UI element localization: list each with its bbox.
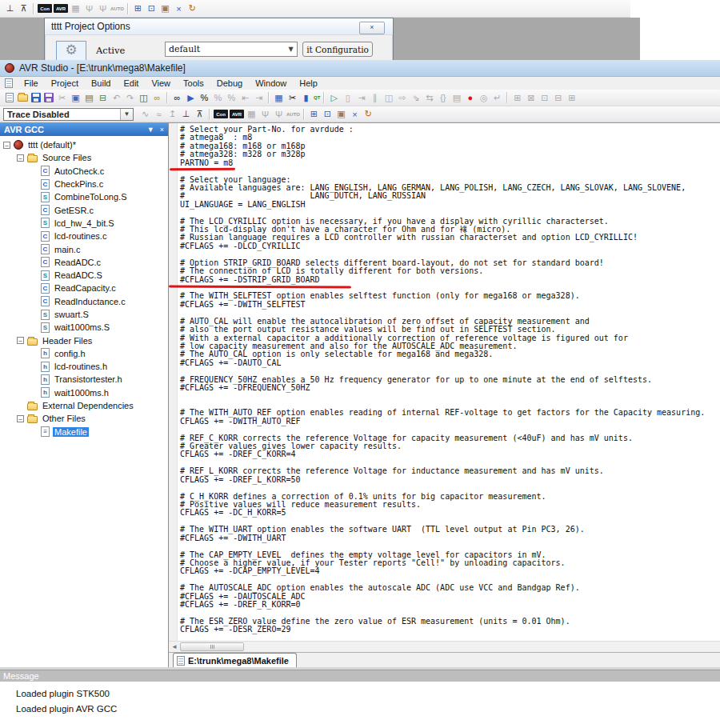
quickwatch-icon[interactable]: ↵ bbox=[490, 91, 504, 104]
device-chip-icon[interactable]: ▦ bbox=[69, 2, 82, 15]
auto-icon[interactable]: AUTO bbox=[286, 112, 300, 117]
panel-collapse-icon[interactable]: ▼ bbox=[147, 126, 154, 134]
tools-cut-icon[interactable]: ✂ bbox=[286, 91, 299, 104]
configuration-select[interactable]: default ▼ bbox=[165, 42, 298, 57]
tree-item[interactable]: Cmain.c bbox=[0, 242, 168, 255]
find-in-files-icon[interactable]: ∞ bbox=[150, 91, 164, 104]
cascade-windows-icon[interactable]: ◫ bbox=[137, 91, 150, 104]
tree-item[interactable]: ≡Makefile bbox=[0, 426, 168, 438]
tree-item[interactable]: CCheckPins.c bbox=[0, 178, 168, 190]
probe-icon[interactable]: Ψ bbox=[82, 2, 96, 15]
menu-item-tools[interactable]: Tools bbox=[177, 78, 210, 88]
pause-icon[interactable]: ∥ bbox=[368, 91, 382, 104]
probe-icon[interactable]: Ψ bbox=[258, 108, 272, 121]
tree-item[interactable]: CGetESR.c bbox=[0, 203, 168, 216]
match-word-icon[interactable]: % bbox=[211, 91, 225, 104]
save-icon[interactable] bbox=[31, 93, 41, 102]
package-icon[interactable]: ▣ bbox=[334, 108, 348, 121]
rebuild-icon[interactable]: ↻ bbox=[362, 108, 375, 121]
io-view-icon[interactable]: ⊞ bbox=[565, 91, 578, 104]
print-icon[interactable]: ⊟ bbox=[96, 91, 110, 104]
ground-icon[interactable]: ⊥ bbox=[179, 108, 193, 121]
save-all-icon[interactable] bbox=[44, 93, 54, 102]
register-window-icon[interactable]: ⊠ bbox=[524, 91, 538, 104]
build-run-icon[interactable]: ⊡ bbox=[321, 108, 334, 121]
rebuild-icon[interactable]: ↻ bbox=[186, 2, 199, 15]
document-tab[interactable]: E:\trunk\mega8\Makefile bbox=[173, 653, 297, 667]
stop-icon[interactable]: ▯ bbox=[341, 91, 354, 104]
chevron-down-icon[interactable]: ▼ bbox=[120, 109, 133, 120]
indent-icon[interactable]: ⇥ bbox=[252, 91, 266, 104]
menu-item-debug[interactable]: Debug bbox=[210, 78, 249, 88]
menu-item-edit[interactable]: Edit bbox=[117, 78, 145, 88]
paste-icon[interactable]: ▤ bbox=[82, 91, 96, 104]
run-icon[interactable]: ▷ bbox=[327, 91, 341, 104]
tree-item[interactable]: Slcd_hw_4_bit.S bbox=[0, 217, 168, 230]
step-into-icon[interactable]: ⇘ bbox=[409, 91, 422, 104]
memory-window-icon[interactable]: ⊡ bbox=[538, 91, 551, 104]
dialog-close-button[interactable]: × bbox=[359, 22, 385, 34]
tree-item[interactable]: hconfig.h bbox=[0, 347, 168, 360]
outdent-icon[interactable]: ⇤ bbox=[238, 91, 252, 104]
goto-icon[interactable]: ▶ bbox=[184, 91, 198, 104]
step-over-icon[interactable]: ⇨ bbox=[395, 91, 409, 104]
tree-item[interactable]: hlcd-routines.h bbox=[0, 360, 168, 373]
tree-expander-icon[interactable]: – bbox=[3, 142, 10, 149]
chevron-down-icon[interactable]: ▼ bbox=[285, 46, 297, 53]
build-icon[interactable]: ⊞ bbox=[307, 108, 321, 121]
tree-item[interactable]: –Other Files bbox=[0, 412, 168, 425]
trace-probe-icon[interactable]: ∿ bbox=[138, 108, 152, 121]
tree-item[interactable]: CAutoCheck.c bbox=[0, 165, 168, 178]
cut-icon[interactable]: ✂ bbox=[55, 91, 69, 104]
tree-expander-icon[interactable]: – bbox=[17, 154, 24, 162]
device-chip-icon[interactable]: ▦ bbox=[245, 108, 258, 121]
tree-item[interactable]: External Dependencies bbox=[0, 399, 168, 412]
probe2-icon[interactable]: Ψ bbox=[272, 108, 286, 121]
edit-configurations-button[interactable]: it Configuratio bbox=[302, 42, 373, 57]
menu-item-project[interactable]: Project bbox=[45, 78, 85, 88]
editor-text[interactable]: # Select your Part-No. for avrdude : # a… bbox=[178, 123, 720, 642]
tree-item[interactable]: CReadInductance.c bbox=[0, 295, 168, 308]
tree-expander-icon[interactable]: – bbox=[17, 337, 24, 344]
tree-item[interactable]: Swait1000ms.S bbox=[0, 321, 168, 334]
redo-icon[interactable]: ↷ bbox=[123, 91, 137, 104]
copy-icon[interactable]: ▣ bbox=[69, 91, 82, 104]
disassembly-window-icon[interactable]: ⊟ bbox=[551, 91, 565, 104]
avr-chip-icon[interactable]: AVR bbox=[230, 110, 244, 118]
autostep-icon[interactable]: ▤ bbox=[450, 91, 463, 104]
tree-item[interactable]: –tttt (default)* bbox=[0, 138, 168, 151]
match-regex-icon[interactable]: % bbox=[225, 91, 238, 104]
run-to-cursor-icon[interactable]: {} bbox=[436, 91, 450, 104]
tree-item[interactable]: SReadADC.S bbox=[0, 269, 168, 282]
tree-expander-icon[interactable]: – bbox=[17, 415, 24, 422]
trace-select[interactable]: Trace Disabled ▼ bbox=[3, 108, 134, 121]
tree-item[interactable]: Sswuart.S bbox=[0, 308, 168, 321]
trace-up-icon[interactable]: ↥ bbox=[166, 108, 179, 121]
battery-icon[interactable]: ▮ bbox=[299, 91, 313, 104]
menu-item-window[interactable]: Window bbox=[249, 78, 293, 88]
code-editor[interactable]: # Select your Part-No. for avrdude : # a… bbox=[169, 123, 720, 652]
auto-icon[interactable]: AUTO bbox=[110, 6, 124, 11]
trace-unlink-icon[interactable]: ≈ bbox=[152, 108, 166, 121]
menu-item-file[interactable]: File bbox=[18, 78, 45, 88]
package-icon[interactable]: ▣ bbox=[158, 2, 172, 15]
reset-icon[interactable]: ⇥ bbox=[354, 91, 368, 104]
menu-item-help[interactable]: Help bbox=[293, 78, 324, 88]
menu-item-build[interactable]: Build bbox=[85, 78, 117, 88]
scroll-left-button[interactable]: ◄ bbox=[169, 642, 180, 652]
clean-icon[interactable]: × bbox=[348, 108, 362, 121]
toggle-breakpoint-icon[interactable]: ● bbox=[463, 91, 477, 104]
tree-item[interactable]: –Header Files bbox=[0, 334, 168, 346]
scrollbar-thumb[interactable] bbox=[180, 642, 244, 651]
clean-icon[interactable]: × bbox=[172, 2, 186, 15]
match-case-icon[interactable]: % bbox=[198, 91, 211, 104]
qt-icon[interactable]: QT bbox=[314, 95, 320, 100]
tree-item[interactable]: hwait1000ms.h bbox=[0, 386, 168, 399]
avr-chip-icon[interactable]: AVR bbox=[54, 4, 68, 13]
ground-icon[interactable]: ⊥ bbox=[3, 2, 17, 15]
menu-item-view[interactable]: View bbox=[145, 78, 177, 88]
tree-item[interactable]: hTransistortester.h bbox=[0, 373, 168, 386]
tree-item[interactable]: SCombineToLong.S bbox=[0, 190, 168, 203]
probe2-icon[interactable]: Ψ bbox=[96, 2, 110, 15]
find-icon[interactable]: ∞ bbox=[170, 91, 184, 104]
